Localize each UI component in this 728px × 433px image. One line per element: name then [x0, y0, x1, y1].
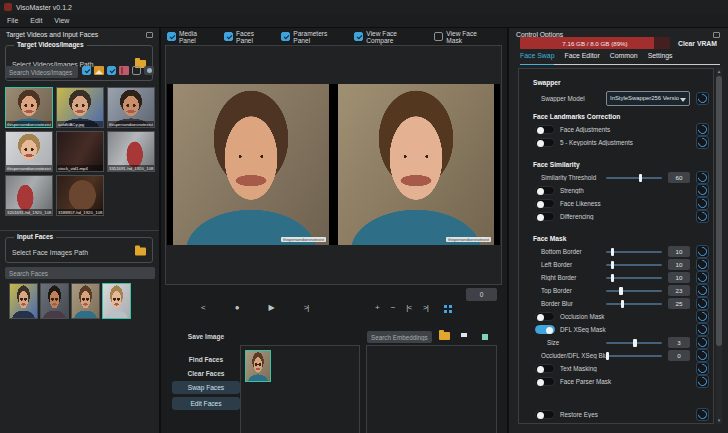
reset-icon[interactable] — [696, 197, 709, 210]
differencing-toggle[interactable] — [535, 212, 555, 221]
reset-icon[interactable] — [696, 336, 709, 349]
view-toggle-view-face-compare[interactable]: View Face Compare — [354, 30, 425, 44]
fit-view-icon[interactable] — [444, 305, 447, 308]
face-adjustments-toggle[interactable] — [535, 125, 555, 134]
reset-icon[interactable] — [696, 171, 709, 184]
swapped-frame-image[interactable]: thispersondoesnotexist — [338, 84, 494, 245]
clear-faces-button[interactable]: Clear Faces — [172, 367, 240, 380]
menu-view[interactable]: View — [54, 17, 69, 24]
scroll-up-icon[interactable]: ▴ — [716, 68, 722, 75]
target-thumbnail[interactable]: 3351691-hd_1920_108 — [107, 131, 155, 172]
panel-toggle-media-panel[interactable]: Media Panel — [167, 30, 215, 44]
search-videos-input[interactable] — [5, 66, 78, 78]
search-faces-input[interactable] — [5, 267, 155, 279]
include-videos-checkbox[interactable] — [107, 66, 116, 75]
input-face-thumbnail[interactable] — [71, 283, 100, 319]
previous-marker-button[interactable]: |< — [406, 302, 411, 314]
slider-handle[interactable] — [611, 274, 615, 282]
size-slider[interactable] — [606, 338, 662, 347]
reset-icon[interactable] — [696, 271, 709, 284]
view-toggle-view-face-mask[interactable]: View Face Mask — [434, 30, 494, 44]
target-thumbnail[interactable]: 3201691-hd_1920_108 — [5, 175, 53, 216]
slider-handle[interactable] — [611, 261, 615, 269]
reset-icon[interactable] — [696, 310, 709, 323]
clear-vram-button[interactable]: Clear VRAM — [678, 40, 717, 47]
open-embeddings-folder-icon[interactable] — [439, 332, 450, 340]
controls-scrollbar[interactable]: ▴ ▾ — [716, 68, 722, 424]
similarity-threshold-slider[interactable] — [606, 173, 662, 182]
target-thumbnail[interactable]: stock_vid1.mp4 — [56, 131, 104, 172]
right-border-value[interactable]: 10 — [668, 272, 690, 283]
reset-icon[interactable] — [696, 375, 709, 388]
border-blur-slider[interactable] — [606, 299, 662, 308]
reset-icon[interactable] — [696, 136, 709, 149]
strength-toggle[interactable] — [535, 186, 555, 195]
slider-handle[interactable] — [633, 339, 637, 347]
original-frame-image[interactable]: thispersondoesnotexist — [173, 84, 329, 245]
menu-edit[interactable]: Edit — [30, 17, 42, 24]
restore-eyes-toggle[interactable] — [535, 410, 555, 419]
bottom-border-value[interactable]: 10 — [668, 246, 690, 257]
play-button[interactable]: ▶ — [269, 302, 274, 314]
reset-icon[interactable] — [696, 123, 709, 136]
reset-icon[interactable] — [696, 408, 709, 421]
found-face-thumbnail[interactable] — [245, 350, 271, 382]
left-border-slider[interactable] — [606, 260, 662, 269]
occluder-dfl-xseg-blur-slider[interactable] — [606, 351, 662, 360]
top-border-value[interactable]: 23 — [668, 285, 690, 296]
include-webcams-checkbox[interactable] — [132, 66, 141, 75]
target-thumbnail[interactable]: thispersondoesnotexist — [5, 131, 53, 172]
scroll-down-icon[interactable]: ▾ — [716, 417, 722, 424]
top-border-slider[interactable] — [606, 286, 662, 295]
swapper-model-dropdown[interactable]: InStyleSwapper256 Version C — [606, 91, 690, 106]
5-keypoints-adjustments-toggle[interactable] — [535, 138, 555, 147]
find-faces-button[interactable]: Find Faces — [172, 353, 240, 366]
border-blur-value[interactable]: 25 — [668, 298, 690, 309]
reset-icon[interactable] — [696, 349, 709, 362]
slider-handle[interactable] — [621, 300, 625, 308]
reset-icon[interactable] — [696, 362, 709, 375]
face-likeness-toggle[interactable] — [535, 199, 555, 208]
float-panel-icon[interactable] — [146, 32, 153, 38]
reset-icon[interactable] — [696, 284, 709, 297]
reset-icon[interactable] — [696, 323, 709, 336]
previous-frame-button[interactable]: < — [201, 302, 205, 314]
panel-toggle-faces-panel[interactable]: Faces Panel — [224, 30, 272, 44]
input-face-thumbnail[interactable] — [9, 283, 38, 319]
save-image-button[interactable]: Save Image — [172, 330, 240, 343]
folder-icon[interactable] — [135, 248, 146, 256]
input-face-thumbnail[interactable] — [102, 283, 131, 319]
target-thumbnail[interactable]: aofdklACy.jpg — [56, 87, 104, 128]
frame-counter[interactable]: 0 — [466, 288, 497, 301]
include-images-checkbox[interactable] — [82, 66, 91, 75]
next-frame-button[interactable]: >| — [304, 302, 309, 314]
swap-faces-button[interactable]: Swap Faces — [172, 381, 240, 394]
tab-settings[interactable]: Settings — [648, 52, 673, 64]
input-face-thumbnail[interactable] — [40, 283, 69, 319]
menu-file[interactable]: File — [7, 17, 18, 24]
record-button[interactable]: ● — [235, 302, 239, 314]
edit-faces-button[interactable]: Edit Faces — [172, 397, 240, 410]
slider-handle[interactable] — [606, 352, 610, 360]
reset-icon[interactable] — [696, 297, 709, 310]
slider-handle[interactable] — [639, 174, 643, 182]
target-thumbnail[interactable]: thispersondoesnotexist — [107, 87, 155, 128]
bottom-border-slider[interactable] — [606, 247, 662, 256]
tab-face-swap[interactable]: Face Swap — [520, 52, 554, 65]
reset-icon[interactable] — [696, 184, 709, 197]
reset-icon[interactable] — [696, 245, 709, 258]
tab-common[interactable]: Common — [610, 52, 638, 64]
occlusion-mask-toggle[interactable] — [535, 312, 555, 321]
next-marker-button[interactable]: >| — [423, 302, 428, 314]
similarity-threshold-value[interactable]: 60 — [668, 172, 690, 183]
dfl-xseg-mask-toggle[interactable] — [535, 325, 555, 334]
panel-toggle-parameters-panel[interactable]: Parameters Panel — [281, 30, 345, 44]
target-thumbnail[interactable]: 3188957-hd_1920_108 — [56, 175, 104, 216]
search-embeddings-input[interactable] — [367, 331, 432, 343]
text-masking-toggle[interactable] — [535, 364, 555, 373]
scrollbar-thumb[interactable] — [716, 76, 722, 346]
slider-handle[interactable] — [619, 287, 623, 295]
face-parser-mask-toggle[interactable] — [535, 377, 555, 386]
remove-marker-button[interactable]: − — [391, 302, 395, 314]
slider-handle[interactable] — [611, 248, 615, 256]
